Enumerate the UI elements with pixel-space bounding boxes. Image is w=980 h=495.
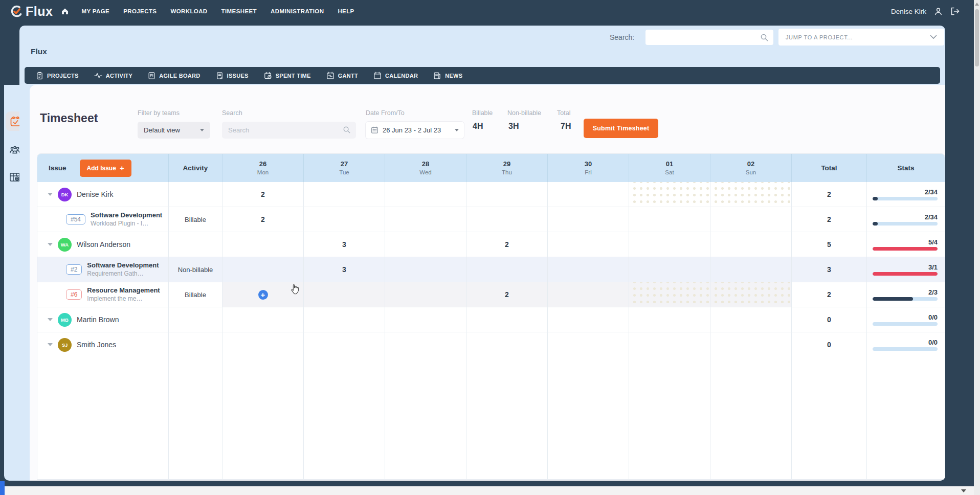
- add-issue-button[interactable]: Add Issue +: [80, 160, 131, 177]
- avatar: WA: [58, 238, 72, 252]
- issue-id-badge[interactable]: #6: [66, 289, 82, 300]
- timesheet-cell-fri[interactable]: [548, 232, 629, 257]
- timesheet-cell-thu[interactable]: [466, 207, 548, 232]
- timesheet-cell-mon[interactable]: +: [222, 282, 304, 307]
- activity-column-header: Activity: [169, 154, 222, 182]
- timesheet-cell-tue[interactable]: [304, 307, 385, 332]
- submit-timesheet-button[interactable]: Submit Timesheet: [584, 119, 658, 138]
- timesheet-cell-thu[interactable]: [466, 332, 548, 357]
- stats-label: 2/3: [867, 289, 945, 296]
- timesheet-cell-sat[interactable]: [629, 282, 710, 307]
- nav-item-my-page[interactable]: MY PAGE: [81, 8, 109, 14]
- logout-icon[interactable]: [950, 7, 960, 15]
- timesheet-cell-wed[interactable]: [385, 257, 466, 282]
- issue-title[interactable]: Resource Management: [87, 286, 160, 295]
- timesheet-cell-mon[interactable]: [222, 307, 304, 332]
- timesheet-cell-sun[interactable]: [710, 257, 792, 282]
- timesheet-cell-tue[interactable]: 3: [304, 257, 385, 282]
- timesheet-cell-fri[interactable]: [548, 207, 629, 232]
- timesheet-cell-sun[interactable]: [710, 307, 792, 332]
- timesheet-cell-wed[interactable]: [385, 182, 466, 207]
- global-search-input[interactable]: [645, 30, 773, 45]
- teams-filter-select[interactable]: Default view: [138, 122, 210, 139]
- issue-title[interactable]: Software Development: [87, 261, 159, 270]
- home-icon[interactable]: [61, 7, 69, 15]
- tab-news[interactable]: NEWS: [433, 72, 462, 80]
- collapse-chevron-icon[interactable]: [48, 318, 53, 321]
- issue-id-badge[interactable]: #54: [66, 214, 85, 224]
- timesheet-cell-wed[interactable]: [385, 307, 466, 332]
- hours-value: 2: [261, 215, 265, 223]
- tab-spent-time[interactable]: SPENT TIME: [264, 72, 311, 80]
- chevron-down-icon: [930, 35, 937, 39]
- timesheet-cell-wed[interactable]: [385, 332, 466, 357]
- timesheet-cell-tue[interactable]: [304, 182, 385, 207]
- timesheet-cell-sat[interactable]: [629, 182, 710, 207]
- timesheet-cell-sun[interactable]: [710, 332, 792, 357]
- tab-issues[interactable]: ISSUES: [216, 72, 249, 80]
- jump-to-project-select[interactable]: JUMP TO A PROJECT...: [778, 29, 944, 46]
- timesheet-cell-sun[interactable]: [710, 207, 792, 232]
- current-user-name[interactable]: Denise Kirk: [891, 8, 926, 15]
- stats-cell: 2/34: [867, 207, 945, 232]
- timesheet-cell-mon[interactable]: [222, 257, 304, 282]
- tab-activity[interactable]: ACTIVITY: [94, 72, 133, 80]
- timesheet-cell-thu[interactable]: [466, 307, 548, 332]
- timesheet-cell-thu[interactable]: 2: [466, 282, 548, 307]
- stats-cell: 5/4: [867, 232, 945, 257]
- issue-id-badge[interactable]: #2: [66, 264, 82, 275]
- timesheet-cell-wed[interactable]: [385, 232, 466, 257]
- timesheet-cell-sun[interactable]: [710, 282, 792, 307]
- timesheet-cell-sun[interactable]: [710, 232, 792, 257]
- timesheet-cell-thu[interactable]: [466, 257, 548, 282]
- tab-gantt[interactable]: GANTT: [326, 72, 358, 80]
- nav-item-help[interactable]: HELP: [338, 8, 354, 14]
- nav-item-timesheet[interactable]: TIMESHEET: [221, 8, 257, 14]
- screen: { "topnav": { "logo_text": "Flux", "item…: [0, 0, 980, 495]
- nav-item-projects[interactable]: PROJECTS: [123, 8, 157, 14]
- collapse-chevron-icon[interactable]: [48, 343, 53, 346]
- tab-agile-board[interactable]: AGILE BOARD: [148, 72, 200, 80]
- timesheet-cell-thu[interactable]: 2: [466, 232, 548, 257]
- timesheet-cell-fri[interactable]: [548, 257, 629, 282]
- collapse-chevron-icon[interactable]: [48, 243, 53, 246]
- timesheet-cell-sun[interactable]: [710, 182, 792, 207]
- issue-title[interactable]: Software Development: [91, 211, 162, 220]
- flux-logo[interactable]: Flux: [10, 4, 53, 19]
- timesheet-cell-fri[interactable]: [548, 332, 629, 357]
- timesheet-cell-fri[interactable]: [548, 282, 629, 307]
- add-time-icon[interactable]: +: [258, 290, 268, 300]
- timesheet-cell-wed[interactable]: [385, 207, 466, 232]
- timesheet-cell-fri[interactable]: [548, 307, 629, 332]
- collapse-chevron-icon[interactable]: [48, 193, 53, 196]
- user-profile-icon[interactable]: [934, 7, 943, 16]
- timesheet-cell-wed[interactable]: [385, 282, 466, 307]
- tab-calendar[interactable]: CALENDAR: [373, 72, 418, 80]
- timesheet-cell-sat[interactable]: [629, 232, 710, 257]
- timesheet-cell-thu[interactable]: [466, 182, 548, 207]
- bottom-scroll-strip[interactable]: [0, 486, 974, 495]
- scroll-down-arrow-icon[interactable]: [961, 489, 966, 492]
- timesheet-cell-tue[interactable]: [304, 282, 385, 307]
- timesheet-cell-sat[interactable]: [629, 332, 710, 357]
- timesheet-cell-sat[interactable]: [629, 307, 710, 332]
- timesheet-cell-mon[interactable]: 2: [222, 182, 304, 207]
- scroll-up-arrow-icon[interactable]: [975, 3, 979, 6]
- table-search-input[interactable]: [222, 122, 356, 139]
- timesheet-cell-mon[interactable]: [222, 332, 304, 357]
- scrollbar-thumb[interactable]: [975, 9, 979, 66]
- vertical-scrollbar[interactable]: [974, 0, 980, 495]
- nav-item-administration[interactable]: ADMINISTRATION: [271, 8, 324, 14]
- timesheet-cell-mon[interactable]: 2: [222, 207, 304, 232]
- timesheet-cell-sat[interactable]: [629, 257, 710, 282]
- timesheet-cell-tue[interactable]: [304, 207, 385, 232]
- date-range-picker[interactable]: 26 Jun 23 - 2 Jul 23: [366, 122, 464, 139]
- timesheet-cell-tue[interactable]: 3: [304, 232, 385, 257]
- timesheet-cell-fri[interactable]: [548, 182, 629, 207]
- stats-cell: 0/0: [867, 332, 945, 357]
- nav-item-workload[interactable]: WORKLOAD: [170, 8, 207, 14]
- timesheet-cell-mon[interactable]: [222, 232, 304, 257]
- timesheet-cell-tue[interactable]: [304, 332, 385, 357]
- tab-projects[interactable]: PROJECTS: [36, 72, 79, 80]
- timesheet-cell-sat[interactable]: [629, 207, 710, 232]
